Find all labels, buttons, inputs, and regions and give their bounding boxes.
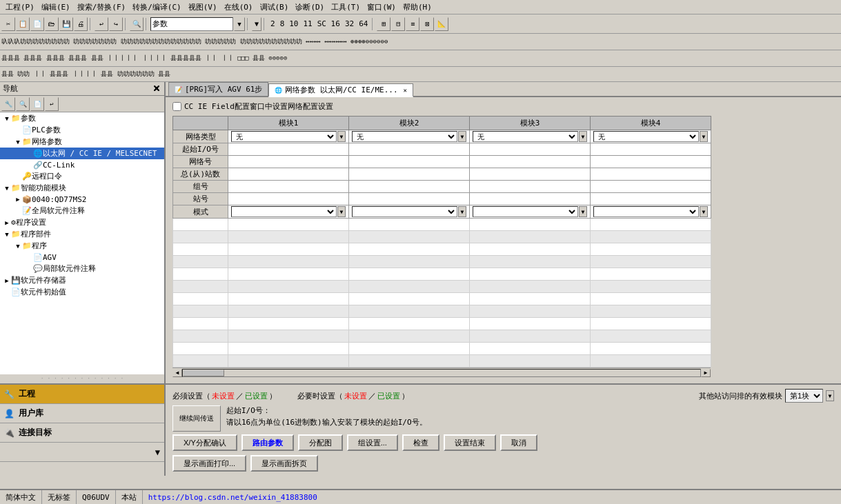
block-arrow[interactable]: ▼	[826, 390, 834, 401]
num32[interactable]: 32	[343, 19, 356, 28]
tree-item-5[interactable]: 🔑 远程口令	[0, 170, 164, 182]
scroll-left[interactable]: ◀	[172, 369, 182, 377]
tree-item-10[interactable]: ▼ 📁 程序部件	[0, 228, 164, 240]
scroll-right[interactable]: ▶	[701, 369, 711, 377]
mode-arrow-2[interactable]: ▼	[458, 206, 466, 217]
settings-end-btn[interactable]: 设置结束	[444, 434, 496, 451]
mode-arrow-3[interactable]: ▼	[579, 206, 587, 217]
mode-select-1[interactable]	[231, 206, 337, 217]
network-type-select-1[interactable]: 无	[231, 131, 337, 142]
h-scrollbar[interactable]: ◀ ▶	[172, 367, 711, 377]
sidebar-bottom-connection[interactable]: 🔌 连接目标	[0, 423, 164, 443]
tree-item-14[interactable]: ▶ 💾 软元件存储器	[0, 274, 164, 286]
cancel-btn[interactable]: 取消	[500, 434, 537, 451]
already-set-2[interactable]: 已设置	[377, 391, 400, 401]
tab-prg[interactable]: 📝 [PRG]写入 AGV 61步	[168, 82, 268, 96]
menu-item-debug[interactable]: 调试(B)	[257, 1, 292, 14]
scroll-thumb[interactable]	[183, 370, 224, 376]
route-param-btn[interactable]: 路由参数	[241, 434, 294, 451]
extra-tb5[interactable]: 📐	[435, 17, 448, 31]
cc-ie-field-checkbox[interactable]	[172, 102, 181, 111]
mode-arrow-1[interactable]: ▼	[337, 206, 346, 217]
group-mod3[interactable]	[470, 181, 591, 193]
mode-mod3[interactable]: ▼	[470, 205, 591, 219]
save-btn[interactable]: 💾	[59, 17, 73, 31]
menu-item-convert[interactable]: 转换/编译(C)	[130, 1, 184, 14]
find-btn[interactable]: 🔍	[130, 17, 144, 31]
extra-tb1[interactable]: ⊞	[377, 17, 390, 31]
sidebar-bottom-extra[interactable]: ▼	[0, 443, 164, 462]
print-btn[interactable]: 显示画面打印...	[172, 455, 246, 472]
mode-select-3[interactable]	[473, 206, 578, 217]
tree-item-0[interactable]: ▼ 📁 参数	[0, 112, 164, 124]
total-mod3[interactable]	[470, 168, 591, 181]
scroll-track[interactable]	[182, 369, 701, 377]
sidebar-tb3[interactable]: 📄	[30, 97, 44, 111]
allocation-btn[interactable]: 分配图	[298, 434, 343, 451]
param-combo[interactable]	[150, 17, 233, 31]
xy-confirm-btn[interactable]: X/Y分配确认	[172, 434, 237, 451]
menu-item-project[interactable]: 工程(P)	[3, 1, 37, 14]
tab-close-btn[interactable]: ✕	[404, 87, 407, 94]
menu-item-edit[interactable]: 编辑(E)	[39, 1, 73, 14]
sidebar-tb2[interactable]: 🔍	[16, 97, 30, 111]
mode-select-2[interactable]	[352, 206, 457, 217]
network-type-select-2[interactable]: 无	[352, 131, 457, 142]
network-type-arrow-3[interactable]: ▼	[579, 131, 587, 142]
extra-tb4[interactable]: ⊠	[420, 17, 434, 31]
network-type-mod1[interactable]: 无 ▼	[228, 130, 349, 143]
menu-item-view[interactable]: 视图(V)	[186, 1, 220, 14]
mode-mod1[interactable]: ▼	[228, 205, 349, 219]
sidebar-tb4[interactable]: ↩	[45, 97, 59, 111]
network-type-arrow-4[interactable]: ▼	[700, 131, 708, 142]
net-num-mod1[interactable]	[228, 156, 349, 168]
open-btn[interactable]: 🗁	[45, 17, 59, 31]
display-btn[interactable]: 显示画面拆页	[250, 455, 318, 472]
extra-tb2[interactable]: ⊟	[391, 17, 405, 31]
menu-item-diag[interactable]: 诊断(D)	[293, 1, 327, 14]
net-num-mod2[interactable]	[349, 156, 470, 168]
tree-item-2[interactable]: ▼ 📁 网络参数	[0, 136, 164, 148]
group-mod4[interactable]	[591, 181, 711, 193]
mode-select-4[interactable]	[593, 206, 699, 217]
new-btn[interactable]: ✂	[1, 17, 15, 31]
not-set-1[interactable]: 未设置	[212, 391, 235, 401]
station-mod2[interactable]	[349, 193, 470, 205]
tree-item-1[interactable]: 📄 PLC参数	[0, 124, 164, 136]
print-btn[interactable]: 🖨	[74, 17, 88, 31]
total-mod2[interactable]	[349, 168, 470, 181]
tree-item-7[interactable]: ▶ 📦 0040:QD77MS2	[0, 194, 164, 205]
start-io-mod4[interactable]	[591, 143, 711, 156]
num11[interactable]: 11	[301, 19, 315, 28]
mode-mod2[interactable]: ▼	[349, 205, 470, 219]
start-io-mod3[interactable]	[470, 143, 591, 156]
tree-item-11[interactable]: ▼ 📁 程序	[0, 240, 164, 252]
not-set-2[interactable]: 未设置	[344, 391, 367, 401]
tree-item-15[interactable]: 📄 软元件初始值	[0, 286, 164, 298]
network-type-arrow-1[interactable]: ▼	[337, 131, 346, 142]
station-mod3[interactable]	[470, 193, 591, 205]
station-mod1[interactable]	[228, 193, 349, 205]
copy-btn[interactable]: 📋	[16, 17, 30, 31]
group-settings-btn[interactable]: 组设置...	[347, 434, 398, 451]
sidebar-pin-btn[interactable]: 🗙	[152, 85, 161, 92]
num10[interactable]: 10	[287, 19, 300, 28]
already-set-1[interactable]: 已设置	[245, 391, 268, 401]
sidebar-bottom-userlib[interactable]: 👤 用户库	[0, 404, 164, 423]
num64[interactable]: 64	[357, 19, 370, 28]
group-mod2[interactable]	[349, 181, 470, 193]
toolbar-extra1[interactable]: ▼	[252, 17, 261, 31]
start-io-mod2[interactable]	[349, 143, 470, 156]
tree-item-12[interactable]: 📄 AGV	[0, 252, 164, 263]
menu-item-online[interactable]: 在线(O)	[221, 1, 256, 14]
start-io-mod1[interactable]	[228, 143, 349, 156]
tree-item-13[interactable]: 💬 局部软元件注释	[0, 263, 164, 274]
tab-network[interactable]: 🌐 网络参数 以太网/CC IE/ME... ✕	[268, 83, 413, 97]
network-type-arrow-2[interactable]: ▼	[458, 131, 466, 142]
total-mod1[interactable]	[228, 168, 349, 181]
net-num-mod4[interactable]	[591, 156, 711, 168]
menu-item-help[interactable]: 帮助(H)	[400, 1, 435, 14]
param-combo-arrow[interactable]: ▼	[234, 17, 245, 31]
transfer-btn[interactable]: 继续间传送	[172, 405, 221, 432]
block-select[interactable]: 第1块	[785, 389, 823, 403]
